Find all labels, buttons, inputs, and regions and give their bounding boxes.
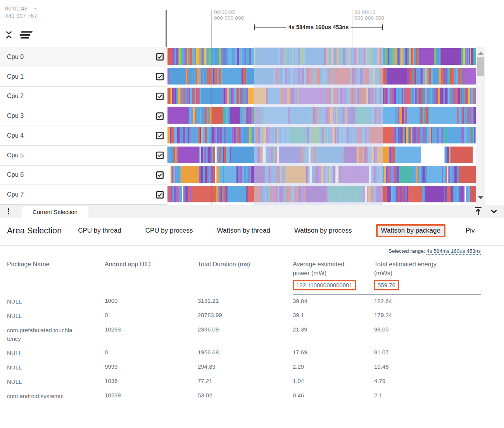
tab-wattson-by-package[interactable]: Wattson by package <box>376 224 445 237</box>
table-cell: NULL <box>7 295 105 309</box>
area-selection-overlay[interactable] <box>254 47 383 205</box>
track-title: Cpu 4 <box>7 132 24 139</box>
track-row: Cpu 7 <box>0 185 476 205</box>
time-tick-label: 00:00:05 000 000 000 <box>214 9 244 21</box>
collapse-panel-icon[interactable] <box>489 207 499 216</box>
track-shell-cpu7[interactable]: Cpu 7 <box>0 185 167 204</box>
track-shell-cpu1[interactable]: Cpu 1 <box>0 67 167 86</box>
table-cell: 10.48 <box>374 361 481 375</box>
table-cell: 17.69 <box>293 346 374 361</box>
table-cell: 0.46 <box>293 389 374 404</box>
table-cell: 0 <box>105 309 198 323</box>
col-header-avg-power: Average estimated power (mW) <box>293 255 374 278</box>
summary-total-energy-value: 559.76 <box>374 280 399 290</box>
time-gridline <box>211 47 212 205</box>
table-cell: 294.89 <box>198 361 293 375</box>
summary-total-energy-cell: 559.76 <box>374 278 481 295</box>
track-shell-cpu3[interactable]: Cpu 3 <box>0 106 167 126</box>
track-row: Cpu 6 <box>0 166 476 185</box>
table-cell: 179.24 <box>374 309 481 323</box>
table-cell: 2.29 <box>293 361 374 375</box>
tab-wattson-by-thread[interactable]: Wattson by thread <box>217 227 270 235</box>
scroll-down-arrow[interactable] <box>478 196 484 199</box>
summary-avg-power-value: 122.11000000000001 <box>293 280 356 290</box>
track-shell-cpu4[interactable]: Cpu 4 <box>0 126 167 145</box>
table-cell: 98.05 <box>374 323 481 346</box>
tab-current-selection[interactable]: Current Selection <box>22 206 88 218</box>
table-cell: 4.79 <box>374 375 481 389</box>
table-cell: 1956.68 <box>198 346 293 361</box>
checkbox-checked-icon[interactable] <box>156 131 164 140</box>
checkbox-checked-icon[interactable] <box>156 53 164 61</box>
table-cell: 3131.21 <box>198 295 293 309</box>
table-cell: NULL <box>7 309 105 323</box>
sort-tracks-icon[interactable] <box>19 31 33 39</box>
track-shell-cpu0[interactable]: Cpu 0 <box>0 47 167 67</box>
track-title: Cpu 7 <box>7 191 24 198</box>
more-vert-icon[interactable] <box>5 207 12 216</box>
track-title: Cpu 1 <box>7 73 24 80</box>
table-cell: 39.1 <box>293 309 374 323</box>
track-list: Cpu 0Cpu 1Cpu 2Cpu 3Cpu 4Cpu 5Cpu 6Cpu 7 <box>0 47 504 205</box>
collapse-tracks-icon[interactable] <box>4 29 14 40</box>
track-row: Cpu 4 <box>0 126 476 146</box>
table-cell: 10239 <box>105 389 198 404</box>
area-selection-details: Area Selection CPU by thread CPU by proc… <box>0 218 504 428</box>
divider <box>0 245 504 246</box>
table-cell: 77.21 <box>198 375 293 389</box>
timeline-ruler: 00:01:48+ 441 907 767 00:00:05 00 <box>0 0 504 47</box>
table-cell: 53.02 <box>198 389 293 404</box>
checkbox-checked-icon[interactable] <box>156 72 164 81</box>
checkbox-checked-icon[interactable] <box>156 191 164 199</box>
details-panel-tab-bar: Current Selection <box>0 205 504 218</box>
track-shell-cpu2[interactable]: Cpu 2 <box>0 87 167 106</box>
table-row: NULL01956.6817.6981.07 <box>7 346 481 361</box>
table-cell: 28783.99 <box>198 309 293 323</box>
table-cell: 1.04 <box>293 375 374 389</box>
tab-wattson-by-process[interactable]: Wattson by process <box>294 227 352 235</box>
table-cell: 2.1 <box>374 389 481 404</box>
tab-cpu-by-thread[interactable]: CPU by thread <box>78 227 121 235</box>
table-cell: 10293 <box>105 323 198 346</box>
track-title: Cpu 0 <box>7 54 24 60</box>
selected-range-readout: Selected range: 4s 584ms 160us 453ns <box>388 248 481 254</box>
checkbox-checked-icon[interactable] <box>156 92 164 100</box>
expand-panel-to-top-icon[interactable] <box>473 206 483 216</box>
tab-pivot[interactable]: Piv <box>466 227 475 235</box>
track-title: Cpu 6 <box>7 171 24 178</box>
selected-range-bracket: 4s 584ms 160us 453ns <box>254 24 383 30</box>
table-row: NULL103677.211.044.79 <box>7 375 481 389</box>
plus-offset-label: + <box>34 6 37 12</box>
track-row: Cpu 0 <box>0 47 476 67</box>
col-header-package-name: Package Name <box>7 255 105 278</box>
table-cell: 1000 <box>105 295 198 309</box>
time-tick <box>211 10 212 47</box>
checkbox-checked-icon[interactable] <box>156 112 164 120</box>
table-cell: 182.64 <box>374 295 481 309</box>
scrollbar-thumb[interactable] <box>477 57 484 76</box>
checkbox-checked-icon[interactable] <box>156 171 164 179</box>
table-header-row: Package Name Android app UID Total Durat… <box>7 255 481 278</box>
table-row: NULL028783.9939.1179.24 <box>7 309 481 323</box>
track-row: Cpu 1 <box>0 67 476 87</box>
track-row: Cpu 2 <box>0 87 476 107</box>
checkbox-checked-icon[interactable] <box>156 151 164 159</box>
summary-avg-power-cell: 122.11000000000001 <box>293 278 374 295</box>
track-shell-cpu6[interactable]: Cpu 6 <box>0 166 167 185</box>
col-header-android-app-uid: Android app UID <box>105 255 198 278</box>
track-row: Cpu 5 <box>0 146 476 166</box>
track-scrollbar[interactable] <box>476 47 485 205</box>
table-row: com.prefabulated.touchlatency102932336.0… <box>7 323 481 346</box>
table-cell: 0 <box>105 346 198 361</box>
col-header-total-duration: Total Duration (ms) <box>198 255 293 278</box>
table-cell: 39.84 <box>293 295 374 309</box>
table-row: com.android.systemui1023953.020.462.1 <box>7 389 481 404</box>
scroll-up-arrow[interactable] <box>478 52 484 55</box>
wattson-by-package-table: Package Name Android app UID Total Durat… <box>7 255 481 404</box>
track-shell-cpu5[interactable]: Cpu 5 <box>0 146 167 165</box>
tab-cpu-by-process[interactable]: CPU by process <box>145 227 193 235</box>
selected-range-link[interactable]: 4s 584ms 160us 453ns <box>426 248 481 255</box>
table-cell: 2336.09 <box>198 323 293 346</box>
track-row: Cpu 3 <box>0 106 476 126</box>
details-heading: Area Selection <box>7 226 62 236</box>
